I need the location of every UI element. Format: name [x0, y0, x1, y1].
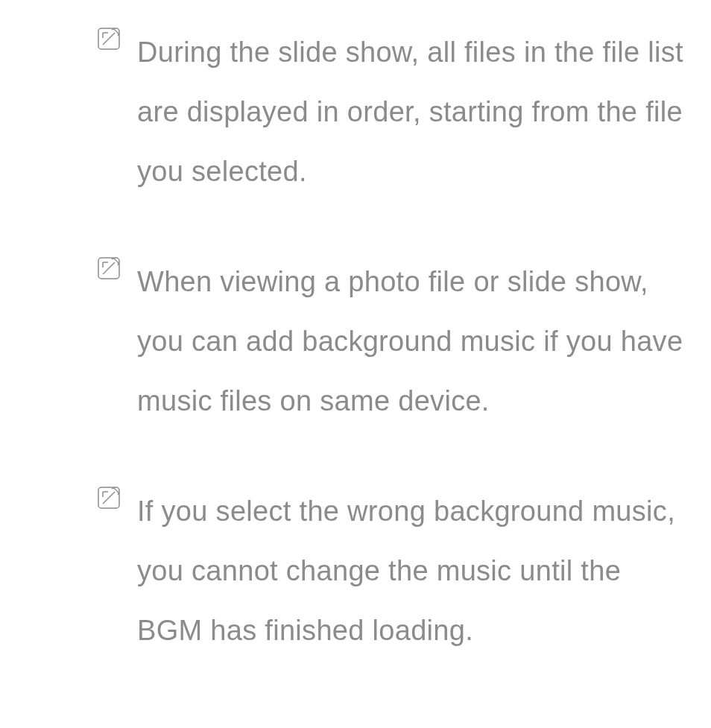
note-text: During the slide show, all files in the … — [137, 22, 689, 201]
note-text: If you select the wrong background music… — [137, 481, 689, 660]
note-icon — [97, 486, 121, 510]
svg-line-5 — [103, 262, 115, 274]
note-text: When viewing a photo file or slide show,… — [137, 252, 689, 431]
note-item: If you select the wrong background music… — [97, 481, 689, 660]
svg-line-1 — [103, 33, 115, 45]
svg-line-9 — [103, 492, 115, 504]
note-item: When viewing a photo file or slide show,… — [97, 252, 689, 431]
note-item: During the slide show, all files in the … — [97, 22, 689, 201]
note-icon — [97, 256, 121, 280]
note-icon — [97, 27, 121, 51]
